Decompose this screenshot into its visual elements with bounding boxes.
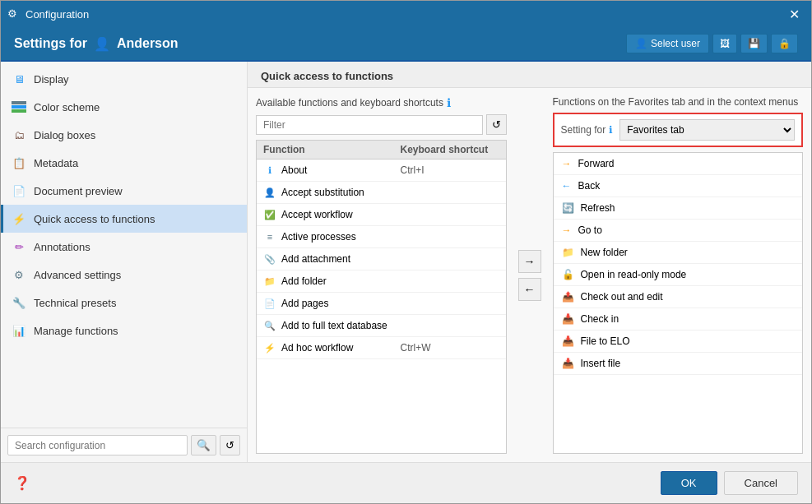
user-name: Anderson [117, 36, 179, 51]
function-table-header: Function Keyboard shortcut [257, 141, 506, 160]
sidebar-item-manage-functions[interactable]: 📊 Manage functions [1, 317, 247, 344]
content-area: Quick access to functions Available func… [248, 62, 811, 462]
sidebar-label-manage-functions: Manage functions [34, 325, 118, 337]
add-to-favorites-button[interactable]: → [518, 250, 541, 273]
search-input[interactable] [7, 435, 188, 455]
footer-buttons: OK Cancel [661, 471, 798, 495]
list-item[interactable]: → Go to [554, 220, 803, 242]
sidebar-search: 🔍 ↺ [1, 428, 247, 462]
fn-icon-adhoc-wf: ⚡ [263, 341, 276, 354]
sidebar-item-quick-access[interactable]: ⚡ Quick access to functions [1, 205, 247, 233]
col-shortcut-header: Keyboard shortcut [401, 144, 499, 155]
fn-name-adhoc-wf: Ad hoc workflow [281, 342, 353, 354]
info-icon: ℹ [447, 96, 451, 109]
sidebar-label-annotations: Annotations [34, 241, 90, 253]
fn-icon-about: ℹ [263, 164, 276, 177]
fav-icon-back: ← [562, 180, 572, 192]
sidebar-item-technical-presets[interactable]: 🔧 Technical presets [1, 289, 247, 317]
svg-rect-0 [12, 101, 26, 104]
sidebar-item-document-preview[interactable]: 📄 Document preview [1, 177, 247, 205]
svg-rect-1 [12, 105, 26, 109]
advanced-settings-icon: ⚙ [11, 266, 27, 283]
user-icon: 👤 [94, 36, 110, 52]
setting-for-label: Setting for ℹ [561, 124, 614, 136]
svg-rect-2 [12, 109, 26, 113]
left-panel: Available functions and keyboard shortcu… [256, 96, 507, 454]
fn-icon-accept-wf: ✅ [263, 208, 276, 221]
filter-reset-button[interactable]: ↺ [486, 114, 507, 135]
remove-from-favorites-button[interactable]: ← [518, 278, 541, 301]
list-item[interactable]: 🔄 Refresh [554, 197, 803, 220]
save-button[interactable]: 💾 [740, 34, 768, 53]
fn-name-accept-wf: Accept workflow [281, 209, 353, 220]
list-item[interactable]: 📥 File to ELO [554, 331, 803, 353]
fav-name-checkout: Check out and edit [581, 291, 663, 303]
list-item[interactable]: 📥 Check in [554, 308, 803, 331]
select-user-label: Select user [651, 38, 700, 49]
table-row[interactable]: 📁Add folder [257, 270, 506, 293]
sidebar-item-color-scheme[interactable]: Color scheme [1, 93, 247, 121]
fav-name-checkin: Check in [581, 313, 619, 325]
favorites-list: → Forward ← Back 🔄 Refresh → [553, 152, 804, 454]
list-item[interactable]: 📤 Check out and edit [554, 286, 803, 308]
fn-icon-add-pages: 📄 [263, 297, 276, 310]
table-row[interactable]: ≡Active processes [257, 226, 506, 248]
image-button[interactable]: 🖼 [712, 34, 737, 53]
table-row[interactable]: ✅Accept workflow [257, 204, 506, 226]
fav-icon-checkin: 📥 [562, 313, 574, 325]
help-icon[interactable]: ❓ [14, 475, 30, 491]
table-row[interactable]: 👤Accept substitution [257, 182, 506, 204]
sidebar-label-color-scheme: Color scheme [34, 101, 100, 113]
list-item[interactable]: ← Back [554, 175, 803, 197]
favorites-tab-select[interactable]: Favorites tab Context menu [619, 119, 795, 141]
table-row[interactable]: ℹAbout Ctrl+I [257, 160, 506, 182]
table-row[interactable]: 🔍Add to full text database [257, 315, 506, 337]
fav-name-new-folder: New folder [581, 247, 628, 258]
sidebar-item-dialog-boxes[interactable]: 🗂 Dialog boxes [1, 121, 247, 149]
fav-name-back: Back [578, 180, 601, 192]
header-buttons: 👤 Select user 🖼 💾 🔒 [626, 34, 798, 53]
table-row[interactable]: 📄Add pages [257, 293, 506, 315]
fav-icon-new-folder: 📁 [562, 247, 574, 258]
sidebar-item-metadata[interactable]: 📋 Metadata [1, 149, 247, 177]
table-row[interactable]: 📎Add attachment [257, 248, 506, 270]
metadata-icon: 📋 [11, 155, 27, 171]
table-row[interactable]: ⚡Ad hoc workflow Ctrl+W [257, 337, 506, 359]
favorites-label: Functions on the Favorites tab and in th… [553, 96, 804, 108]
cancel-button[interactable]: Cancel [724, 471, 798, 495]
window-title: Configuration [26, 8, 784, 21]
fav-icon-forward: → [562, 158, 572, 169]
sidebar-item-display[interactable]: 🖥 Display [1, 65, 247, 93]
sidebar-item-annotations[interactable]: ✏ Annotations [1, 233, 247, 261]
filter-row: ↺ [256, 114, 507, 135]
sidebar-item-advanced-settings[interactable]: ⚙ Advanced settings [1, 261, 247, 289]
sidebar-label-dialog-boxes: Dialog boxes [34, 129, 95, 141]
settings-for-label: Settings for [14, 36, 87, 51]
color-scheme-icon [11, 99, 27, 115]
ok-button[interactable]: OK [661, 471, 717, 495]
search-button[interactable]: 🔍 [191, 435, 216, 455]
list-item[interactable]: → Forward [554, 153, 803, 175]
select-user-button[interactable]: 👤 Select user [626, 34, 709, 53]
sidebar-label-advanced-settings: Advanced settings [34, 269, 121, 281]
sidebar-label-metadata: Metadata [34, 157, 78, 169]
sidebar: 🖥 Display Color scheme 🗂 Dialog boxes [1, 62, 248, 462]
filter-input[interactable] [256, 115, 483, 135]
lock-button[interactable]: 🔒 [771, 34, 798, 53]
footer: ❓ OK Cancel [1, 462, 811, 503]
available-label: Available functions and keyboard shortcu… [256, 96, 507, 109]
sidebar-label-technical-presets: Technical presets [34, 297, 116, 309]
search-reset-button[interactable]: ↺ [220, 435, 240, 455]
list-item[interactable]: 📁 New folder [554, 242, 803, 264]
close-button[interactable]: ✕ [784, 7, 805, 22]
document-preview-icon: 📄 [11, 183, 27, 199]
function-panel: Available functions and keyboard shortcu… [248, 88, 811, 462]
fn-name-add-folder: Add folder [281, 275, 327, 287]
fn-name-add-fulltext: Add to full text database [281, 320, 387, 331]
list-item[interactable]: 📥 Insert file [554, 353, 803, 375]
fav-icon-insert: 📥 [562, 358, 574, 369]
fav-name-forward: Forward [578, 158, 615, 169]
quick-access-icon: ⚡ [11, 210, 27, 227]
list-item[interactable]: 🔓 Open in read-only mode [554, 264, 803, 286]
display-icon: 🖥 [11, 71, 27, 87]
